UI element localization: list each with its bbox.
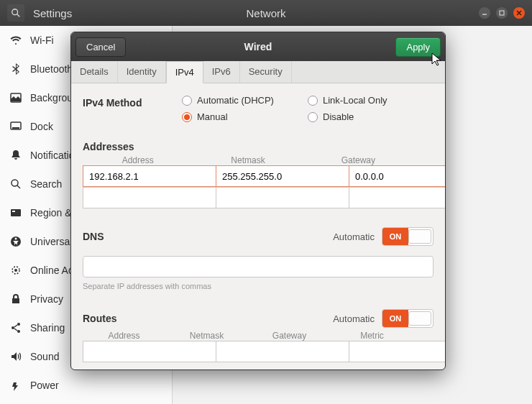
address-input[interactable] [83,165,216,187]
svg-point-0 [12,9,18,15]
dns-automatic-label: Automatic [333,231,375,242]
svg-point-17 [17,323,20,326]
method-automatic-dhcp[interactable]: Automatic (DHCP) [182,95,308,106]
sidebar-item-power[interactable]: Power [0,371,172,400]
dialog-body: IPv4 Method Automatic (DHCP) Link-Local … [71,83,445,369]
method-link-local-only[interactable]: Link-Local Only [308,95,434,106]
close-button[interactable] [513,7,525,19]
switch-on-label: ON [382,228,408,245]
method-label: Automatic (DHCP) [197,95,274,106]
netmask-input[interactable] [216,165,349,187]
svg-rect-12 [12,211,15,212]
radio-icon [308,112,318,122]
sidebar-label: Sharing [30,322,65,334]
route-netmask-input[interactable] [216,341,349,362]
routes-automatic-label: Automatic [333,313,375,324]
dialog-title: Wired [244,41,272,52]
region-icon [10,207,22,219]
route-gateway-input[interactable] [349,341,445,362]
addresses-columns: Address Netmask Gateway [83,155,434,165]
method-label: Manual [197,111,228,122]
method-label: Disable [323,111,354,122]
svg-point-16 [14,269,17,272]
maximize-button[interactable] [496,7,508,19]
connection-editor-dialog: Cancel Wired Apply Details Identity IPv4… [70,32,446,370]
radio-icon [182,112,192,122]
tab-identity[interactable]: Identity [118,61,166,83]
online-accounts-icon [10,265,22,276]
addresses-title: Addresses [83,141,434,152]
wifi-icon [10,35,22,46]
method-disable[interactable]: Disable [308,111,434,122]
sidebar-label: Dock [30,121,53,132]
sidebar-label: Wi-Fi [30,35,54,46]
settings-titlebar: Settings Network [0,0,532,26]
sidebar-label: Power [30,380,59,391]
bell-icon [10,150,22,161]
mouse-cursor-icon [431,52,444,67]
route-row [83,341,434,362]
col-address: Address [83,155,193,165]
gateway-input[interactable] [349,165,445,187]
ipv4-method-label: IPv4 Method [83,95,182,109]
sidebar-label: Bluetooth [30,63,73,75]
address-input[interactable] [83,187,216,208]
routes-automatic-switch[interactable]: ON [382,309,434,328]
search-button[interactable] [7,4,24,22]
dialog-header: Cancel Wired Apply [71,32,445,61]
dialog-tabs: Details Identity IPv4 IPv6 Security [71,61,445,83]
privacy-icon [10,293,22,305]
tab-ipv6[interactable]: IPv6 [203,61,240,83]
method-manual[interactable]: Manual [182,111,308,122]
svg-point-9 [12,180,18,186]
tab-ipv4[interactable]: IPv4 [166,61,203,83]
sidebar-label: Sound [30,351,59,362]
switch-on-label: ON [382,310,408,327]
power-icon [10,380,22,391]
col-netmask: Netmask [165,331,248,341]
page-title: Network [246,7,285,19]
col-netmask: Netmask [193,155,303,165]
radio-icon [308,96,318,106]
bluetooth-icon [10,63,22,75]
dns-input[interactable] [83,256,434,277]
tab-security[interactable]: Security [240,61,292,83]
address-row [83,187,434,208]
minimize-button[interactable] [479,7,490,19]
sidebar-label: Search [30,178,62,190]
dns-automatic-switch[interactable]: ON [382,227,434,246]
method-label: Link-Local Only [323,95,387,106]
search-icon [10,178,22,190]
svg-point-14 [15,238,17,240]
routes-columns: Address Netmask Gateway Metric [83,331,434,341]
svg-point-19 [17,330,20,333]
address-row [83,165,434,187]
svg-rect-3 [500,11,504,15]
tab-details[interactable]: Details [71,61,118,83]
cancel-button[interactable]: Cancel [75,37,126,57]
universal-access-icon [10,236,22,247]
sharing-icon [10,322,22,334]
switch-knob [408,229,431,244]
svg-rect-8 [12,127,19,129]
dns-helper-text: Separate IP addresses with commas [83,282,434,290]
svg-line-1 [17,14,20,17]
col-gateway: Gateway [303,155,413,165]
svg-line-10 [17,185,20,188]
route-address-input[interactable] [83,341,216,362]
sound-icon [10,351,22,362]
col-gateway: Gateway [248,331,331,341]
svg-point-18 [12,326,14,329]
switch-knob [408,311,431,326]
radio-icon [182,96,192,106]
app-title: Settings [33,7,72,19]
col-address: Address [83,331,165,341]
netmask-input[interactable] [216,187,349,208]
dns-title: DNS [83,231,104,242]
gateway-input[interactable] [349,187,445,208]
routes-title: Routes [83,313,116,324]
background-icon [10,92,22,104]
col-metric: Metric [331,331,413,341]
dock-icon [10,121,22,132]
sidebar-label: Privacy [30,293,63,305]
